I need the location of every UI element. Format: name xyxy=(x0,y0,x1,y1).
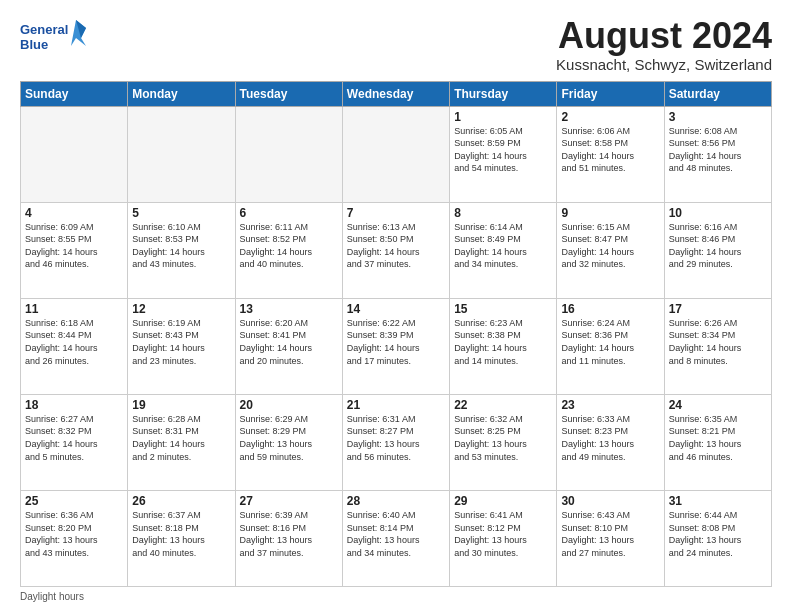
calendar-cell: 12Sunrise: 6:19 AM Sunset: 8:43 PM Dayli… xyxy=(128,298,235,394)
day-number: 19 xyxy=(132,398,230,412)
day-number: 9 xyxy=(561,206,659,220)
calendar-table: Sunday Monday Tuesday Wednesday Thursday… xyxy=(20,81,772,587)
day-info: Sunrise: 6:10 AM Sunset: 8:53 PM Dayligh… xyxy=(132,221,230,271)
day-number: 31 xyxy=(669,494,767,508)
day-info: Sunrise: 6:26 AM Sunset: 8:34 PM Dayligh… xyxy=(669,317,767,367)
day-info: Sunrise: 6:22 AM Sunset: 8:39 PM Dayligh… xyxy=(347,317,445,367)
day-info: Sunrise: 6:41 AM Sunset: 8:12 PM Dayligh… xyxy=(454,509,552,559)
day-info: Sunrise: 6:33 AM Sunset: 8:23 PM Dayligh… xyxy=(561,413,659,463)
footer-note: Daylight hours xyxy=(20,591,772,602)
day-info: Sunrise: 6:32 AM Sunset: 8:25 PM Dayligh… xyxy=(454,413,552,463)
day-info: Sunrise: 6:18 AM Sunset: 8:44 PM Dayligh… xyxy=(25,317,123,367)
day-number: 22 xyxy=(454,398,552,412)
svg-text:Blue: Blue xyxy=(20,37,48,52)
day-number: 14 xyxy=(347,302,445,316)
day-info: Sunrise: 6:29 AM Sunset: 8:29 PM Dayligh… xyxy=(240,413,338,463)
day-number: 29 xyxy=(454,494,552,508)
col-wednesday: Wednesday xyxy=(342,81,449,106)
day-info: Sunrise: 6:14 AM Sunset: 8:49 PM Dayligh… xyxy=(454,221,552,271)
day-info: Sunrise: 6:15 AM Sunset: 8:47 PM Dayligh… xyxy=(561,221,659,271)
calendar-week-3: 11Sunrise: 6:18 AM Sunset: 8:44 PM Dayli… xyxy=(21,298,772,394)
logo-svg: General Blue xyxy=(20,16,90,60)
day-number: 13 xyxy=(240,302,338,316)
calendar-cell: 6Sunrise: 6:11 AM Sunset: 8:52 PM Daylig… xyxy=(235,202,342,298)
col-tuesday: Tuesday xyxy=(235,81,342,106)
calendar-cell: 19Sunrise: 6:28 AM Sunset: 8:31 PM Dayli… xyxy=(128,394,235,490)
calendar-cell: 30Sunrise: 6:43 AM Sunset: 8:10 PM Dayli… xyxy=(557,490,664,586)
day-number: 2 xyxy=(561,110,659,124)
calendar-cell: 18Sunrise: 6:27 AM Sunset: 8:32 PM Dayli… xyxy=(21,394,128,490)
calendar-cell: 24Sunrise: 6:35 AM Sunset: 8:21 PM Dayli… xyxy=(664,394,771,490)
day-info: Sunrise: 6:31 AM Sunset: 8:27 PM Dayligh… xyxy=(347,413,445,463)
day-number: 27 xyxy=(240,494,338,508)
calendar-cell: 15Sunrise: 6:23 AM Sunset: 8:38 PM Dayli… xyxy=(450,298,557,394)
day-number: 6 xyxy=(240,206,338,220)
day-info: Sunrise: 6:08 AM Sunset: 8:56 PM Dayligh… xyxy=(669,125,767,175)
calendar-cell: 11Sunrise: 6:18 AM Sunset: 8:44 PM Dayli… xyxy=(21,298,128,394)
day-number: 30 xyxy=(561,494,659,508)
calendar-cell: 16Sunrise: 6:24 AM Sunset: 8:36 PM Dayli… xyxy=(557,298,664,394)
calendar-cell: 28Sunrise: 6:40 AM Sunset: 8:14 PM Dayli… xyxy=(342,490,449,586)
calendar-cell: 20Sunrise: 6:29 AM Sunset: 8:29 PM Dayli… xyxy=(235,394,342,490)
calendar-cell: 7Sunrise: 6:13 AM Sunset: 8:50 PM Daylig… xyxy=(342,202,449,298)
day-info: Sunrise: 6:19 AM Sunset: 8:43 PM Dayligh… xyxy=(132,317,230,367)
main-title: August 2024 xyxy=(556,16,772,56)
day-number: 11 xyxy=(25,302,123,316)
day-number: 7 xyxy=(347,206,445,220)
day-number: 17 xyxy=(669,302,767,316)
calendar-cell: 4Sunrise: 6:09 AM Sunset: 8:55 PM Daylig… xyxy=(21,202,128,298)
day-info: Sunrise: 6:35 AM Sunset: 8:21 PM Dayligh… xyxy=(669,413,767,463)
day-info: Sunrise: 6:05 AM Sunset: 8:59 PM Dayligh… xyxy=(454,125,552,175)
header-row: Sunday Monday Tuesday Wednesday Thursday… xyxy=(21,81,772,106)
calendar-cell: 10Sunrise: 6:16 AM Sunset: 8:46 PM Dayli… xyxy=(664,202,771,298)
logo: General Blue xyxy=(20,16,90,60)
col-saturday: Saturday xyxy=(664,81,771,106)
day-number: 24 xyxy=(669,398,767,412)
day-number: 5 xyxy=(132,206,230,220)
day-info: Sunrise: 6:27 AM Sunset: 8:32 PM Dayligh… xyxy=(25,413,123,463)
calendar-cell: 14Sunrise: 6:22 AM Sunset: 8:39 PM Dayli… xyxy=(342,298,449,394)
calendar-week-2: 4Sunrise: 6:09 AM Sunset: 8:55 PM Daylig… xyxy=(21,202,772,298)
day-info: Sunrise: 6:36 AM Sunset: 8:20 PM Dayligh… xyxy=(25,509,123,559)
calendar-cell: 27Sunrise: 6:39 AM Sunset: 8:16 PM Dayli… xyxy=(235,490,342,586)
calendar-cell: 29Sunrise: 6:41 AM Sunset: 8:12 PM Dayli… xyxy=(450,490,557,586)
day-number: 15 xyxy=(454,302,552,316)
day-number: 8 xyxy=(454,206,552,220)
day-number: 18 xyxy=(25,398,123,412)
day-info: Sunrise: 6:37 AM Sunset: 8:18 PM Dayligh… xyxy=(132,509,230,559)
day-info: Sunrise: 6:23 AM Sunset: 8:38 PM Dayligh… xyxy=(454,317,552,367)
calendar-cell xyxy=(21,106,128,202)
calendar-cell: 2Sunrise: 6:06 AM Sunset: 8:58 PM Daylig… xyxy=(557,106,664,202)
col-thursday: Thursday xyxy=(450,81,557,106)
calendar-cell: 13Sunrise: 6:20 AM Sunset: 8:41 PM Dayli… xyxy=(235,298,342,394)
calendar-cell: 31Sunrise: 6:44 AM Sunset: 8:08 PM Dayli… xyxy=(664,490,771,586)
calendar-cell: 26Sunrise: 6:37 AM Sunset: 8:18 PM Dayli… xyxy=(128,490,235,586)
svg-text:General: General xyxy=(20,22,68,37)
day-number: 25 xyxy=(25,494,123,508)
calendar-week-1: 1Sunrise: 6:05 AM Sunset: 8:59 PM Daylig… xyxy=(21,106,772,202)
day-info: Sunrise: 6:16 AM Sunset: 8:46 PM Dayligh… xyxy=(669,221,767,271)
calendar-cell: 23Sunrise: 6:33 AM Sunset: 8:23 PM Dayli… xyxy=(557,394,664,490)
calendar-cell xyxy=(342,106,449,202)
day-number: 4 xyxy=(25,206,123,220)
calendar-cell: 8Sunrise: 6:14 AM Sunset: 8:49 PM Daylig… xyxy=(450,202,557,298)
col-monday: Monday xyxy=(128,81,235,106)
calendar-week-5: 25Sunrise: 6:36 AM Sunset: 8:20 PM Dayli… xyxy=(21,490,772,586)
day-number: 10 xyxy=(669,206,767,220)
page: General Blue August 2024 Kussnacht, Schw… xyxy=(0,0,792,612)
day-info: Sunrise: 6:24 AM Sunset: 8:36 PM Dayligh… xyxy=(561,317,659,367)
calendar-cell: 5Sunrise: 6:10 AM Sunset: 8:53 PM Daylig… xyxy=(128,202,235,298)
calendar-week-4: 18Sunrise: 6:27 AM Sunset: 8:32 PM Dayli… xyxy=(21,394,772,490)
calendar-cell: 25Sunrise: 6:36 AM Sunset: 8:20 PM Dayli… xyxy=(21,490,128,586)
header: General Blue August 2024 Kussnacht, Schw… xyxy=(20,16,772,73)
day-number: 12 xyxy=(132,302,230,316)
day-info: Sunrise: 6:39 AM Sunset: 8:16 PM Dayligh… xyxy=(240,509,338,559)
calendar-cell: 21Sunrise: 6:31 AM Sunset: 8:27 PM Dayli… xyxy=(342,394,449,490)
calendar-cell: 22Sunrise: 6:32 AM Sunset: 8:25 PM Dayli… xyxy=(450,394,557,490)
day-info: Sunrise: 6:20 AM Sunset: 8:41 PM Dayligh… xyxy=(240,317,338,367)
day-number: 3 xyxy=(669,110,767,124)
day-number: 23 xyxy=(561,398,659,412)
calendar-header: Sunday Monday Tuesday Wednesday Thursday… xyxy=(21,81,772,106)
calendar-cell: 17Sunrise: 6:26 AM Sunset: 8:34 PM Dayli… xyxy=(664,298,771,394)
day-info: Sunrise: 6:11 AM Sunset: 8:52 PM Dayligh… xyxy=(240,221,338,271)
